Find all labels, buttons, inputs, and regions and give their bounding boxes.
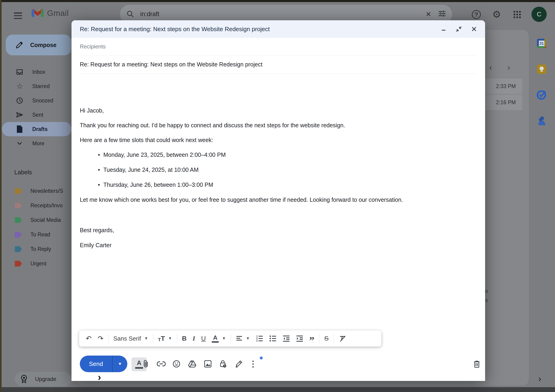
strikethrough-icon[interactable]: S (321, 333, 332, 344)
numbered-list-icon[interactable]: 123 (253, 333, 266, 344)
show-side-panel-icon[interactable]: › (538, 374, 541, 384)
insert-link-icon[interactable] (154, 357, 168, 370)
sidebar-item-more[interactable]: More (2, 136, 72, 151)
svg-text:?: ? (475, 11, 478, 18)
keep-icon[interactable] (537, 64, 547, 74)
sidebar-item-drafts[interactable]: Drafts (2, 122, 72, 136)
insert-from-drive-icon[interactable] (185, 357, 199, 370)
quote-icon[interactable]: ” (306, 333, 317, 344)
bold-icon[interactable]: B (179, 333, 190, 344)
compose-window: Re: Request for a meeting: Next steps on… (72, 20, 485, 381)
send-button-label: Send (80, 360, 112, 368)
clock-icon (16, 97, 23, 104)
bulleted-list-icon[interactable] (266, 333, 280, 344)
body-bullet-item: •Thursday, June 26, between 1:00–3:00 PM (95, 181, 213, 188)
window-left-edge (0, 0, 2, 392)
upgrade-button[interactable]: Upgrade (15, 372, 72, 386)
compose-button[interactable]: Compose (6, 35, 71, 55)
body-paragraph: Let me know which one works best for you… (80, 196, 403, 203)
window-top-edge (0, 0, 555, 2)
align-dropdown[interactable]: ▼ (233, 333, 253, 344)
body-bullet-item: •Tuesday, June 24, 2025, at 10:00 AM (95, 167, 199, 173)
contacts-icon[interactable] (537, 116, 547, 126)
calendar-icon[interactable]: 31 (537, 38, 547, 48)
exit-fullscreen-icon[interactable] (453, 23, 465, 35)
sidebar-label-social-media[interactable]: Social Media (2, 213, 72, 227)
notification-dot (260, 356, 263, 359)
svg-text:3: 3 (256, 340, 258, 342)
body-paragraph: Thank you for reaching out. I'd be happy… (80, 122, 345, 129)
confidential-mode-icon[interactable] (216, 357, 230, 370)
send-plane-icon (16, 111, 23, 118)
minimize-icon[interactable] (438, 23, 450, 35)
body-closing: Best regards, (80, 227, 114, 234)
star-icon: ☆ (16, 83, 23, 90)
sidebar-item-starred[interactable]: ☆ Starred (2, 79, 72, 93)
compose-window-title: Re: Request for a meeting: Next steps on… (80, 26, 270, 33)
clear-search-icon[interactable]: ✕ (421, 10, 436, 18)
body-greeting: Hi Jacob, (80, 107, 104, 114)
discard-draft-icon[interactable] (470, 357, 483, 371)
indent-less-icon[interactable] (280, 333, 293, 344)
sidebar-label-to-reply[interactable]: To Reply (2, 242, 72, 256)
insert-emoji-icon[interactable] (170, 357, 183, 370)
gmail-m-icon (31, 8, 44, 18)
signature-pen-icon[interactable] (232, 357, 245, 370)
sidebar-label-to-read[interactable]: To Read (2, 227, 72, 242)
label-tag-icon (15, 203, 22, 209)
label-tag-icon (15, 188, 22, 194)
tasks-icon[interactable] (537, 90, 547, 100)
formatting-toolbar: ↶ ↷ Sans Serif▼ TT▼ B I U A▼ ▼ 123 (79, 330, 381, 347)
gmail-logo-text: Gmail (47, 8, 69, 18)
compose-window-titlebar[interactable]: Re: Request for a meeting: Next steps on… (72, 20, 485, 38)
send-options-arrow-icon[interactable]: ▼ (113, 362, 127, 366)
font-family-dropdown[interactable]: Sans Serif▼ (110, 333, 151, 344)
search-filters-icon[interactable] (436, 9, 452, 19)
sidebar-label-receipts[interactable]: Receipts/Invo (2, 198, 72, 213)
underline-icon[interactable]: U (198, 333, 209, 344)
attach-file-icon[interactable] (139, 357, 153, 370)
insert-photo-icon[interactable] (201, 357, 214, 370)
sidebar-label-urgent[interactable]: Urgent (2, 256, 72, 271)
body-bullet-item: •Monday, June 23, 2025, between 2:00–4:0… (95, 152, 226, 158)
side-panel-divider (529, 30, 529, 385)
redo-icon[interactable]: ↷ (95, 333, 106, 344)
search-icon (126, 10, 134, 18)
draft-document-icon (16, 125, 23, 133)
settings-gear-icon[interactable]: ⚙ (491, 9, 502, 20)
subject-field[interactable]: Re: Request for a meeting: Next steps on… (80, 55, 477, 74)
send-button[interactable]: Send ▼ (80, 356, 127, 372)
sidebar-item-sent[interactable]: Sent (2, 108, 72, 122)
body-signature: Emily Carter (80, 242, 112, 249)
sidebar-label-newsletters[interactable]: Newsletters/S (2, 184, 72, 198)
message-body-editor[interactable]: Hi Jacob, Thank you for reaching out. I'… (80, 78, 477, 327)
inbox-icon (16, 68, 23, 76)
search-input[interactable]: in:draft (140, 11, 421, 18)
sidebar-item-inbox[interactable]: Inbox (2, 65, 72, 79)
newer-page-icon[interactable]: ‹ (489, 63, 492, 72)
remove-formatting-icon[interactable] (336, 333, 350, 344)
recipients-field[interactable]: Recipients (80, 38, 477, 55)
gmail-logo: Gmail (31, 8, 69, 18)
labels-section-header: Labels (14, 169, 32, 176)
older-page-icon[interactable]: › (507, 63, 510, 72)
font-size-dropdown[interactable]: TT▼ (155, 333, 175, 344)
more-options-icon[interactable]: ⋮ (246, 357, 260, 370)
italic-icon[interactable]: I (190, 333, 198, 344)
mail-time: 2:16 PM (496, 99, 516, 106)
close-icon[interactable] (468, 23, 480, 35)
compose-button-label: Compose (30, 42, 57, 48)
svg-text:31: 31 (540, 41, 544, 46)
account-avatar[interactable]: C (532, 7, 547, 22)
mouse-cursor-artifact: › (98, 372, 101, 383)
undo-icon[interactable]: ↶ (83, 333, 95, 344)
sidebar-item-snoozed[interactable]: Snoozed (2, 93, 72, 108)
google-apps-grid-icon[interactable] (512, 9, 522, 20)
window-bottom-edge (0, 387, 555, 392)
help-icon[interactable]: ? (471, 9, 482, 20)
text-color-dropdown[interactable]: A▼ (209, 333, 229, 344)
indent-more-icon[interactable] (293, 333, 306, 344)
main-menu-icon[interactable] (13, 12, 23, 20)
mail-time: 2:33 PM (496, 83, 516, 89)
label-tag-icon (15, 232, 22, 238)
